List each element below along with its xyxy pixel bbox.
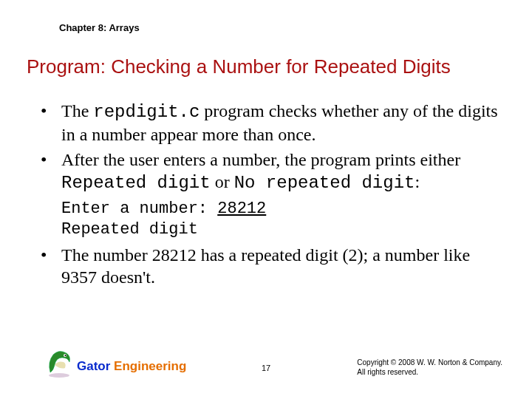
text-fragment: The	[61, 101, 93, 120]
user-input: 28212	[217, 200, 266, 218]
code-output: No repeated digit	[234, 173, 415, 193]
example-line-1: Enter a number: 28212	[61, 199, 502, 219]
bullet-text: The number 28212 has a repeated digit (2…	[61, 244, 502, 288]
bullet-1: • The repdigit.c program checks whether …	[41, 100, 502, 146]
slide-body: • The repdigit.c program checks whether …	[41, 100, 502, 291]
bullet-marker: •	[41, 244, 61, 288]
code-output: Repeated digit	[61, 173, 211, 193]
svg-point-0	[49, 373, 69, 378]
copyright-line-2: All rights reserved.	[357, 368, 502, 378]
copyright-line-1: Copyright © 2008 W. W. Norton & Company.	[357, 358, 502, 368]
bullet-marker: •	[41, 100, 61, 146]
bullet-marker: •	[41, 149, 61, 194]
prompt-text: Enter a number:	[61, 200, 217, 218]
text-fragment: :	[415, 172, 420, 191]
text-fragment: or	[211, 172, 234, 191]
example-line-2: Repeated digit	[61, 219, 502, 240]
code-example: Enter a number: 28212 Repeated digit	[61, 199, 502, 239]
bullet-2: • After the user enters a number, the pr…	[41, 149, 502, 194]
code-filename: repdigit.c	[93, 102, 200, 122]
bullet-text: The repdigit.c program checks whether an…	[61, 100, 502, 146]
slide-title: Program: Checking a Number for Repeated …	[27, 55, 451, 78]
gator-logo-icon	[44, 347, 74, 378]
text-fragment: After the user enters a number, the prog…	[61, 150, 460, 169]
bullet-3: • The number 28212 has a repeated digit …	[41, 244, 502, 288]
svg-point-2	[65, 355, 66, 356]
bullet-text: After the user enters a number, the prog…	[61, 149, 502, 194]
chapter-label: Chapter 8: Arrays	[59, 22, 140, 33]
copyright-notice: Copyright © 2008 W. W. Norton & Company.…	[357, 358, 502, 377]
